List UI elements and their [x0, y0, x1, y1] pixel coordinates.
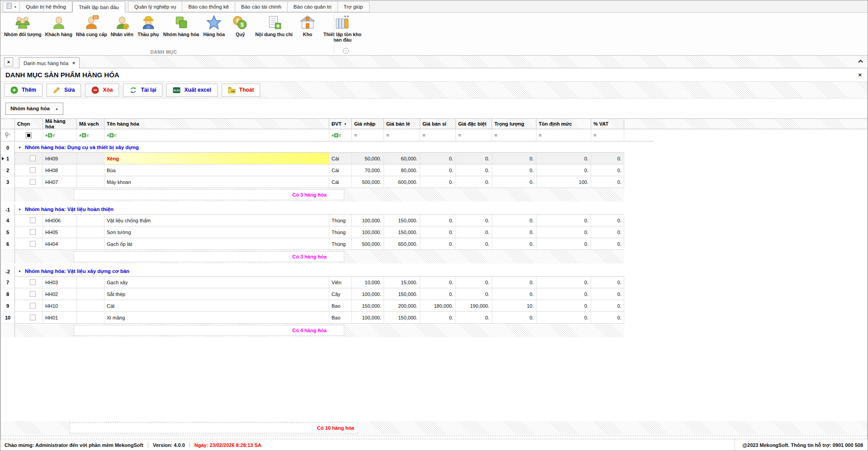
filter-cell-gia_dac_biet[interactable]: = [456, 129, 492, 141]
cell-name[interactable]: Vật liệu chống thấm [104, 215, 329, 226]
ribbon-item-supplier[interactable]: DXNhà cung cấp [74, 14, 109, 43]
filter-cell-gia_ban_le[interactable]: = [384, 129, 420, 141]
group-by-chip[interactable]: Nhóm hàng hóa ▲ [5, 103, 63, 115]
row-checkbox[interactable] [30, 303, 36, 309]
cell-gia_nhap[interactable]: 100,000. [352, 288, 384, 300]
cell-trong_luong[interactable]: 0. [492, 215, 536, 226]
cell-gia_dac_biet[interactable]: 0. [456, 277, 492, 288]
cell-ton_dinh_muc[interactable]: 0. [536, 312, 591, 324]
cell-unit[interactable]: Bao [329, 312, 352, 324]
cell-name[interactable]: Búa [104, 164, 329, 176]
ribbon-item-fund[interactable]: €$Quỹ [227, 14, 253, 43]
cell-unit[interactable]: Thùng [329, 215, 352, 226]
cell-gia_nhap[interactable]: 100,000. [352, 215, 384, 226]
filter-cell-gia_nhap[interactable]: = [352, 129, 384, 141]
row-checkbox[interactable] [30, 155, 36, 161]
table-row[interactable]: 9HH10CátBao150,000.200,000.180,000.190,0… [1, 300, 624, 312]
ribbon-item-initial-stock[interactable]: Thiết lập tồn kho ban đầu [321, 14, 364, 43]
cell-gia_ban_le[interactable]: 600,000. [384, 176, 420, 188]
close-icon[interactable]: × [858, 71, 862, 78]
filter-cell-trong_luong[interactable]: = [492, 129, 536, 141]
row-checkbox[interactable] [30, 179, 36, 185]
cell-gia_nhap[interactable]: 100,000. [352, 226, 384, 238]
cell-vat[interactable]: 0. [591, 215, 624, 226]
cell-code[interactable]: HH01 [43, 312, 77, 324]
cell-code[interactable]: HH03 [43, 277, 77, 288]
ribbon-group-dialog-launcher[interactable]: › [343, 48, 349, 54]
column-header-ton_dinh_muc[interactable]: Tồn định mức [536, 119, 591, 129]
group-row-content[interactable]: ▼Nhóm hàng hóa: Vật liệu hoàn thiện [15, 204, 624, 215]
cell-gia_nhap[interactable]: 100,000. [352, 312, 384, 324]
filter-cell-code[interactable]: ABC [43, 129, 77, 141]
cell-code[interactable]: HH07 [43, 176, 77, 188]
table-row[interactable]: 1HH09XẻngCái50,000.60,000.0.0.0.0.0. [1, 153, 624, 164]
cell-gia_dac_biet[interactable]: 190,000. [456, 300, 492, 312]
cell-barcode[interactable] [77, 288, 104, 300]
row-checkbox[interactable] [30, 217, 36, 223]
cell-name[interactable]: Máy khoan [104, 176, 329, 188]
cell-barcode[interactable] [77, 277, 104, 288]
cell-barcode[interactable] [77, 226, 104, 238]
cell-trong_luong[interactable]: 0. [492, 238, 536, 250]
cell-trong_luong[interactable]: 0. [492, 226, 536, 238]
cell-gia_ban_le[interactable]: 200,000. [384, 300, 420, 312]
cell-ton_dinh_muc[interactable]: 0. [536, 215, 591, 226]
table-row[interactable]: 8HH02Sắt thépCây100,000.150,000.0.0.0.0.… [1, 288, 624, 300]
cell-vat[interactable]: 0. [591, 153, 624, 164]
ribbon-tab-4[interactable]: Báo cáo thống kê [182, 1, 235, 12]
column-header-trong_luong[interactable]: Trọng lượng [492, 119, 536, 129]
ribbon-item-product[interactable]: Hàng hóa [201, 14, 227, 43]
cell-unit[interactable]: Cây [329, 288, 352, 300]
group-row[interactable]: -2▼Nhóm hàng hóa: Vật liệu xây dựng cơ b… [1, 266, 624, 277]
cell-gia_ban_si[interactable]: 0. [420, 164, 456, 176]
row-checkbox[interactable] [30, 315, 36, 320]
table-row[interactable]: 5HH05Sơn tườngThùng100,000.150,000.0.0.0… [1, 226, 624, 238]
cell-gia_dac_biet[interactable]: 0. [456, 164, 492, 176]
collapse-chevron-icon[interactable] [857, 58, 864, 64]
column-header-vat[interactable]: % VAT [591, 119, 624, 129]
column-header-barcode[interactable]: Mã vạch [77, 119, 104, 129]
excel-button[interactable]: XLSXXuất excel [166, 84, 217, 97]
filter-cell-unit[interactable]: ABC [329, 129, 352, 141]
cell-ton_dinh_muc[interactable]: 0. [536, 277, 591, 288]
exit-button[interactable]: Thoát [222, 84, 261, 97]
ribbon-tab-5[interactable]: Báo cáo tài chính [235, 1, 288, 12]
table-row[interactable]: 10HH01Xi măngBao100,000.150,000.0.0.0.0.… [1, 312, 624, 324]
row-checkbox[interactable] [30, 279, 36, 285]
cell-ton_dinh_muc[interactable]: 0. [536, 238, 591, 250]
cell-vat[interactable]: 0. [591, 300, 624, 312]
cell-vat[interactable]: 0. [591, 164, 624, 176]
row-checkbox[interactable] [30, 229, 36, 235]
column-header-gia_ban_si[interactable]: Giá bán sỉ [420, 119, 456, 129]
cell-barcode[interactable] [77, 164, 104, 176]
cell-gia_nhap[interactable]: 10,000. [352, 277, 384, 288]
cell-gia_nhap[interactable]: 500,000. [352, 176, 384, 188]
ribbon-tab-3[interactable]: Quản lý nghiệp vụ [128, 1, 183, 12]
cell-name[interactable]: Sơn tường [104, 226, 329, 238]
cell-gia_ban_le[interactable]: 80,000. [384, 164, 420, 176]
cell-gia_ban_si[interactable]: 0. [420, 226, 456, 238]
cell-ton_dinh_muc[interactable]: 0. [536, 164, 591, 176]
cell-trong_luong[interactable]: 0. [492, 176, 536, 188]
table-row[interactable]: 6HH04Gạch ốp látThùng500,000.650,000.0.0… [1, 238, 624, 250]
cell-vat[interactable]: 0. [591, 288, 624, 300]
cell-code[interactable]: HH02 [43, 288, 77, 300]
cell-unit[interactable]: Viên [329, 277, 352, 288]
cell-name[interactable]: Xi măng [104, 312, 329, 324]
cell-barcode[interactable] [77, 215, 104, 226]
cell-ton_dinh_muc[interactable]: 0. [536, 153, 591, 164]
cell-code[interactable]: HH09 [43, 153, 77, 164]
cell-barcode[interactable] [77, 238, 104, 250]
cell-gia_ban_le[interactable]: 150,000. [384, 226, 420, 238]
cell-code[interactable]: HH10 [43, 300, 77, 312]
cell-ton_dinh_muc[interactable]: 0. [536, 226, 591, 238]
cell-trong_luong[interactable]: 0. [492, 153, 536, 164]
cell-gia_ban_le[interactable]: 15,000. [384, 277, 420, 288]
cell-vat[interactable]: 0. [591, 226, 624, 238]
column-header-gia_dac_biet[interactable]: Giá đặc biệt [456, 119, 492, 129]
cell-gia_ban_le[interactable]: 150,000. [384, 215, 420, 226]
expand-icon[interactable]: ▼ [18, 208, 21, 211]
cell-chon[interactable] [23, 312, 43, 324]
cell-gia_ban_si[interactable]: 0. [420, 288, 456, 300]
ribbon-item-warehouse[interactable]: Kho [294, 14, 321, 43]
